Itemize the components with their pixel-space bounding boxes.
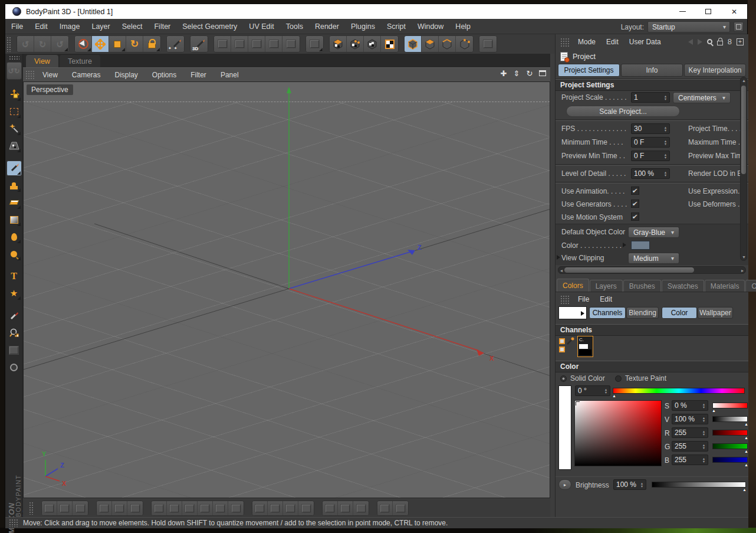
tab-layers[interactable]: Layers <box>590 280 623 292</box>
live-selection-icon[interactable] <box>75 36 92 52</box>
new-panel-icon[interactable]: + <box>737 38 744 45</box>
color-picker-zoom-icon[interactable] <box>6 325 22 341</box>
mask-ring-icon[interactable] <box>6 359 22 375</box>
uv-align-icon[interactable] <box>213 501 228 515</box>
foreground-color-swatch[interactable] <box>558 306 587 319</box>
vp-menu-cameras[interactable]: Cameras <box>65 71 107 79</box>
spinner[interactable] <box>663 170 668 178</box>
tab-info[interactable]: Info <box>621 64 683 77</box>
tab-materials[interactable]: Materials <box>705 280 745 292</box>
raybrush-single-icon[interactable] <box>231 36 248 52</box>
scroll-left-icon[interactable]: ◂ <box>560 268 563 273</box>
colors-menu-file[interactable]: File <box>573 295 594 303</box>
menu-help[interactable]: Help <box>449 22 476 31</box>
slider-handle[interactable]: ▲ <box>744 463 748 467</box>
default-color-swatch[interactable] <box>631 241 650 250</box>
uv-mirror-icon[interactable] <box>298 501 314 515</box>
menu-uv-edit[interactable]: UV Edit <box>243 22 280 31</box>
viewport-canvas[interactable]: Z X Y Z X Perspective <box>23 81 550 498</box>
maximize-button[interactable] <box>695 4 721 19</box>
tab-swatches[interactable]: Swatches <box>662 280 704 292</box>
uv-command-icon[interactable] <box>73 501 88 515</box>
close-button[interactable]: ✕ <box>721 4 747 19</box>
vp-menu-filter[interactable]: Filter <box>184 71 213 79</box>
layout-dropdown[interactable]: Startup <box>647 21 730 32</box>
viewport-maximize-icon[interactable] <box>538 69 547 78</box>
hue-slider[interactable]: ▲ <box>613 388 745 394</box>
text-tool-icon[interactable]: T <box>6 269 22 284</box>
lock-icon[interactable] <box>717 41 723 45</box>
uv-mirror-icon[interactable] <box>268 501 283 515</box>
texture-checker-icon[interactable] <box>381 36 398 52</box>
uv-mesh-cube-icon[interactable] <box>364 36 381 52</box>
redo-icon[interactable]: ↻ <box>34 36 51 52</box>
menu-window[interactable]: Window <box>412 22 449 31</box>
history-tools-icon[interactable]: ↺↻ <box>6 62 22 80</box>
uv-polygons-cube-icon[interactable] <box>330 36 347 52</box>
vp-menu-display[interactable]: Display <box>108 71 144 79</box>
slider-handle[interactable]: ▲ <box>744 436 748 440</box>
scroll-right-icon[interactable]: ▸ <box>741 268 744 273</box>
level-of-detail-input[interactable]: 100 % <box>631 168 670 179</box>
fps-input[interactable]: 30 <box>631 123 670 134</box>
scroll-thumb[interactable] <box>564 267 694 273</box>
expand-arrow-icon[interactable] <box>557 255 560 260</box>
menu-image[interactable]: Image <box>54 22 86 31</box>
wallpaper-mode-button[interactable]: Wallpaper <box>698 307 733 319</box>
eyedropper-icon[interactable] <box>6 308 22 323</box>
uv-command-icon[interactable] <box>57 501 73 515</box>
saturation-input[interactable]: 0 % <box>672 400 708 411</box>
spinner[interactable] <box>663 125 668 133</box>
channels-mode-button[interactable]: Channels <box>589 307 626 319</box>
use-generators-checkbox[interactable] <box>631 200 639 208</box>
raybrush-view-icon[interactable] <box>214 36 231 52</box>
use-animation-checkbox[interactable] <box>631 187 639 195</box>
forward-icon[interactable] <box>698 39 702 45</box>
spinner[interactable] <box>663 152 668 160</box>
spinner[interactable] <box>663 94 668 102</box>
multi-channel-icon[interactable] <box>559 337 574 356</box>
expand-arrow-icon[interactable] <box>623 243 626 247</box>
camera-label[interactable]: Perspective <box>27 84 73 95</box>
search-icon[interactable] <box>707 39 712 44</box>
smudge-icon[interactable] <box>6 246 22 261</box>
red-input[interactable]: 255 <box>672 427 708 438</box>
rect-selection-icon[interactable] <box>6 104 22 119</box>
multi-channel-icon[interactable] <box>479 36 497 52</box>
minimum-time-input[interactable]: 0 F <box>631 137 670 148</box>
object-top-mode-icon[interactable] <box>422 36 439 52</box>
camera-zoom-icon[interactable]: ⇕ <box>512 69 521 78</box>
project-scale-input[interactable]: 1 <box>631 92 670 103</box>
spinner[interactable] <box>701 402 706 410</box>
slider-handle[interactable]: ▲ <box>712 408 716 413</box>
tab-brushes[interactable]: Brushes <box>623 280 661 292</box>
tab-objects[interactable]: Objects <box>745 280 756 292</box>
step-undo-icon[interactable]: ↺ <box>51 36 68 52</box>
spinner[interactable] <box>701 456 706 464</box>
paint-setup-wizard-icon[interactable] <box>306 36 323 52</box>
project-scale-unit-dropdown[interactable]: Centimeters <box>673 92 731 103</box>
vertical-scrollbar[interactable]: ▲ ▼ <box>740 77 747 261</box>
transform-tool-icon[interactable] <box>6 87 22 102</box>
uv-align-icon[interactable] <box>182 501 198 515</box>
red-slider[interactable]: ▲ <box>712 430 748 436</box>
uv-align-icon[interactable] <box>152 501 167 515</box>
model-mode-icon[interactable] <box>405 36 422 52</box>
blur-drop-icon[interactable] <box>6 229 22 244</box>
value-slider[interactable]: ▲ <box>712 416 748 422</box>
scale-project-button[interactable]: Scale Project... <box>566 106 680 117</box>
preview-min-time-input[interactable]: 0 F <box>631 151 670 161</box>
spinner[interactable] <box>603 387 609 395</box>
vp-menu-options[interactable]: Options <box>146 71 183 79</box>
vp-menu-panel[interactable]: Panel <box>214 71 245 79</box>
raybrush-settings-icon[interactable] <box>265 36 282 52</box>
colors-menu-grip[interactable] <box>560 295 569 304</box>
menu-filter[interactable]: Filter <box>148 22 176 31</box>
bookmark-icon[interactable]: 8 <box>728 37 732 46</box>
spinner[interactable] <box>701 429 706 437</box>
menu-tools[interactable]: Tools <box>280 22 309 31</box>
rotate-tool-icon[interactable]: ↻ <box>126 36 143 52</box>
scroll-up-icon[interactable]: ▲ <box>742 79 746 83</box>
attribute-menu-grip[interactable] <box>560 38 569 47</box>
uv-apply-icon[interactable] <box>393 501 408 515</box>
